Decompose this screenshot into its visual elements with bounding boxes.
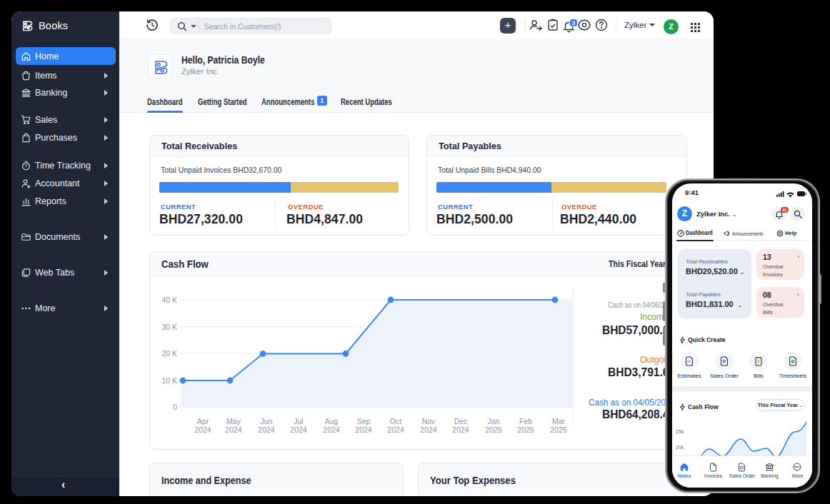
- svg-text:2025: 2025: [550, 425, 567, 434]
- svg-text:Cash as on 04/05/2025: Cash as on 04/05/2025: [589, 397, 675, 408]
- svg-text:2024: 2024: [258, 425, 275, 434]
- svg-text:2024: 2024: [420, 425, 437, 434]
- svg-text:Mar: Mar: [552, 417, 566, 425]
- svg-text:2024: 2024: [355, 425, 372, 434]
- svg-text:Oct: Oct: [390, 417, 401, 425]
- svg-text:40 K: 40 K: [161, 296, 177, 304]
- svg-text:Jul: Jul: [294, 417, 303, 425]
- svg-text:0: 0: [173, 403, 177, 411]
- svg-text:Jun: Jun: [261, 417, 273, 425]
- svg-text:Aug: Aug: [325, 417, 339, 425]
- svg-text:2024: 2024: [452, 425, 469, 434]
- svg-text:Dec: Dec: [454, 417, 468, 425]
- svg-text:2025: 2025: [517, 425, 534, 434]
- svg-text:2024: 2024: [194, 425, 211, 434]
- svg-text:10 K: 10 K: [161, 376, 177, 385]
- svg-text:Nov: Nov: [422, 417, 436, 425]
- svg-text:Jan: Jan: [488, 417, 500, 425]
- svg-text:2024: 2024: [323, 425, 340, 434]
- svg-text:2024: 2024: [290, 425, 307, 434]
- svg-text:Sep: Sep: [357, 417, 371, 425]
- svg-text:30 K: 30 K: [161, 323, 177, 331]
- svg-text:BHD64,208.45: BHD64,208.45: [602, 408, 675, 421]
- svg-text:20 K: 20 K: [161, 349, 177, 358]
- svg-text:2024: 2024: [225, 425, 242, 434]
- svg-text:2024: 2024: [387, 425, 404, 434]
- svg-text:May: May: [226, 417, 241, 425]
- svg-text:Apr: Apr: [197, 417, 209, 425]
- svg-text:Feb: Feb: [519, 417, 532, 425]
- svg-text:2025: 2025: [485, 425, 502, 434]
